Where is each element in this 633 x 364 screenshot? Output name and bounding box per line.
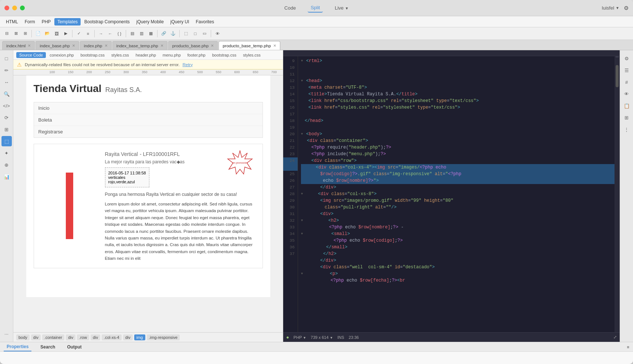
tab-producto-base-php[interactable]: producto_base.php ✕ (168, 41, 218, 50)
properties-collapse[interactable]: ≡ (627, 345, 629, 349)
sidebar-code-icon[interactable]: </> (1, 101, 12, 111)
right-css-icon[interactable]: # (622, 77, 632, 87)
retry-link[interactable]: Retry (183, 62, 193, 67)
nav-boleta[interactable]: Boleta (34, 114, 263, 126)
breadcrumb-img-responsive[interactable]: .img-responsive (147, 334, 180, 340)
sidebar-file-icon[interactable]: □ (1, 53, 12, 64)
relfile-conexion[interactable]: conexion.php (47, 52, 77, 58)
relfile-menu[interactable]: menu.php (160, 52, 184, 58)
tab-producto-base-temp-php[interactable]: producto_base_temp.php ✕ (219, 41, 280, 50)
close-tab-producto-base-temp-php[interactable]: ✕ (273, 44, 276, 48)
right-layers-icon[interactable]: ☰ (622, 65, 632, 75)
live-mode-button[interactable]: Live ▼ (332, 4, 351, 12)
tab-index-base-php[interactable]: index_base.php ✕ (35, 41, 79, 50)
menu-bootstrap[interactable]: Bootstrap Components (81, 18, 133, 25)
user-menu[interactable]: luisfel ▼ (602, 5, 619, 11)
split-mode-button[interactable]: Split (308, 3, 323, 13)
breadcrumb-col-xs-4[interactable]: .col-xs-4 (102, 334, 122, 340)
breadcrumb-container[interactable]: .container (42, 334, 64, 340)
tab-index-php[interactable]: index.php ✕ (80, 41, 112, 50)
breadcrumb-div3[interactable]: div (91, 334, 100, 340)
tb-img[interactable]: 🖼 (52, 29, 61, 38)
menu-templates[interactable]: Templates (54, 18, 81, 25)
sidebar-zoom-icon[interactable]: ⊕ (1, 160, 12, 170)
tb-more3[interactable]: ▦ (146, 29, 155, 38)
sidebar-transform-icon[interactable]: ⟳ (1, 112, 12, 123)
sidebar-more-icon[interactable]: ··· (1, 329, 12, 339)
sidebar-expand-icon[interactable]: ↔ (1, 77, 12, 87)
status-language[interactable]: PHP ▼ (294, 335, 306, 340)
tb-outdent[interactable]: ← (106, 29, 115, 38)
tb-new[interactable]: 📄 (34, 29, 43, 38)
menu-html[interactable]: HTML (3, 18, 21, 25)
code-mode-button[interactable]: Code (281, 4, 299, 12)
breadcrumb-div4[interactable]: div (123, 334, 133, 340)
tb-more2[interactable]: ▥ (137, 29, 146, 38)
right-filter-icon[interactable]: ⚙ (622, 53, 632, 64)
tb-split-horiz[interactable]: ⊠ (11, 29, 20, 38)
sidebar-chart-icon[interactable]: 📊 (1, 171, 12, 182)
menu-favorites[interactable]: Favorites (193, 18, 217, 25)
tb-indent[interactable]: → (97, 29, 105, 38)
tb-more1[interactable]: ▤ (128, 29, 137, 38)
close-button[interactable] (4, 6, 9, 10)
close-tab-index-php[interactable]: ✕ (105, 44, 108, 48)
relfile-styles[interactable]: styles.css (108, 52, 132, 58)
relfile-bootstrap2[interactable]: bootstrap.css (209, 52, 239, 58)
sidebar-elements-icon[interactable]: ⊞ (1, 124, 12, 135)
tb-window[interactable]: □ (191, 29, 200, 38)
minimize-button[interactable] (12, 6, 17, 10)
right-report-icon[interactable]: 📋 (622, 101, 632, 111)
nav-registrarse[interactable]: Registrarse (34, 126, 263, 137)
right-grid-icon[interactable]: ⊞ (622, 112, 632, 123)
tb-anchor[interactable]: ⚓ (169, 29, 177, 38)
nav-inicio[interactable]: Inicio (34, 102, 263, 114)
tab-output[interactable]: Output (64, 343, 84, 351)
sidebar-pencil-icon[interactable]: ✏ (1, 65, 12, 75)
sidebar-star-icon[interactable]: ✦ (1, 148, 12, 158)
relfile-footer[interactable]: footer.php (185, 52, 209, 58)
tab-index-base-temp-php[interactable]: index_base_temp.php ✕ (112, 41, 167, 50)
tb-split-vert[interactable]: ⊟ (2, 29, 11, 38)
expand-code-icon[interactable]: ⤢ (613, 335, 617, 340)
tb-open[interactable]: 📂 (43, 29, 52, 38)
relfile-source[interactable]: Source Code (16, 52, 46, 58)
breadcrumb-body[interactable]: body (16, 334, 30, 340)
close-tab-index-html[interactable]: ✕ (28, 44, 31, 48)
tb-align[interactable]: ≡ (84, 29, 92, 38)
relfile-styles2[interactable]: styles.css (240, 52, 264, 58)
tb-link[interactable]: 🔗 (159, 29, 168, 38)
sidebar-table-icon[interactable]: ⬚ (1, 136, 12, 146)
tb-format[interactable]: { } (115, 29, 124, 38)
tb-grid[interactable]: ⊞ (21, 29, 30, 38)
close-tab-producto-base-php[interactable]: ✕ (211, 44, 214, 48)
close-tab-index-base-php[interactable]: ✕ (72, 44, 75, 48)
relfile-bootstrap-css[interactable]: bootstrap.css (78, 52, 108, 58)
menu-jquery-mobile[interactable]: jQuery Mobile (133, 18, 167, 25)
sidebar-search-icon[interactable]: 🔍 (1, 89, 12, 99)
tb-media[interactable]: ▶ (61, 29, 70, 38)
menu-jquery-ui[interactable]: jQuery UI (167, 18, 192, 25)
breadcrumb-div2[interactable]: div (66, 334, 75, 340)
status-dimensions[interactable]: 739 x 614 ▼ (311, 335, 333, 340)
close-tab-index-base-temp-php[interactable]: ✕ (160, 44, 163, 48)
code-editor[interactable]: 9 10 11 12 13 14 15 16 17 18 19 20 21 22 (283, 56, 620, 332)
fullscreen-button[interactable] (20, 6, 25, 10)
code-scrollbar[interactable] (615, 56, 620, 332)
menu-form[interactable]: Form (22, 18, 38, 25)
tab-search[interactable]: Search (37, 343, 58, 351)
breadcrumb-row[interactable]: .row (77, 334, 89, 340)
tb-table[interactable]: ⬚ (182, 29, 190, 38)
tb-preview[interactable]: 👁 (213, 29, 222, 38)
breadcrumb-div1[interactable]: div (31, 334, 41, 340)
preview-scroll-area[interactable]: Tienda Virtual Rayitas S.A. Inicio Bolet… (13, 75, 283, 332)
tab-index-html[interactable]: index.html ✕ (2, 41, 35, 50)
settings-button[interactable]: ⚙ (624, 5, 629, 11)
menu-php[interactable]: PHP (39, 18, 54, 25)
code-content[interactable]: ▼ <rtml> ▼ <head> (298, 56, 615, 332)
right-eye-icon[interactable]: 👁 (622, 89, 632, 99)
breadcrumb-img[interactable]: img (134, 334, 145, 340)
relfile-header[interactable]: header.php (133, 52, 159, 58)
tb-frame[interactable]: ▭ (200, 29, 209, 38)
tab-properties[interactable]: Properties (4, 343, 31, 351)
